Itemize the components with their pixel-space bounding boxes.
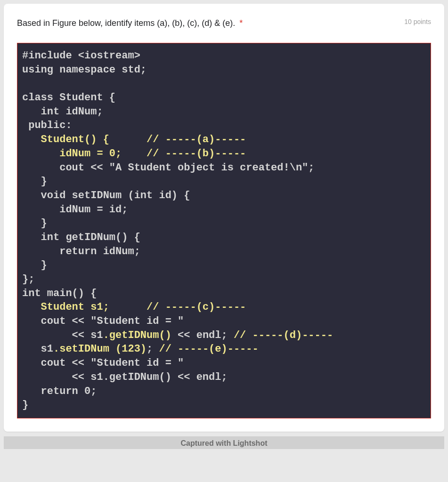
code-line (22, 77, 426, 91)
code-line: s1.setIDNum (123); // -----(e)----- (22, 342, 426, 356)
code-line: } (22, 175, 426, 189)
required-asterisk: * (239, 18, 243, 28)
question-header: Based in Figure below, identify items (a… (17, 17, 431, 30)
code-line: cout << "Student id = " (22, 356, 426, 370)
code-line: Student() { // -----(a)----- (22, 133, 426, 147)
points-label: 10 points (395, 17, 431, 25)
code-line: void setIDNum (int id) { (22, 189, 426, 203)
lightshot-footer: Captured with Lightshot (4, 436, 444, 449)
code-line: cout << "Student id = " (22, 314, 426, 329)
code-line: } (22, 217, 426, 231)
code-line: public: (22, 119, 426, 133)
code-line: using namespace std; (22, 63, 426, 77)
code-line: int idNum; (22, 105, 426, 119)
code-line: #include <iostream> (22, 49, 426, 63)
code-line: return idNum; (22, 245, 426, 259)
code-figure: #include <iostream>using namespace std; … (17, 43, 431, 418)
question-text-content: Based in Figure below, identify items (a… (17, 18, 235, 28)
code-line: } (22, 258, 426, 273)
code-line: int main() { (22, 287, 426, 301)
footer-label: Captured with Lightshot (181, 439, 268, 447)
code-line: class Student { (22, 91, 426, 105)
code-line: } (22, 398, 426, 412)
code-line: << s1.getIDNum() << endl; (22, 370, 426, 385)
question-card: Based in Figure below, identify items (a… (4, 4, 444, 432)
code-line: idNum = 0; // -----(b)----- (22, 147, 426, 161)
code-line: cout << "A Student object is created!\n"… (22, 161, 426, 175)
question-text: Based in Figure below, identify items (a… (17, 17, 243, 30)
code-line: }; (22, 273, 426, 287)
code-line: << s1.getIDNum() << endl; // -----(d)---… (22, 329, 426, 343)
code-line: Student s1; // -----(c)----- (22, 300, 426, 314)
code-line: idNum = id; (22, 203, 426, 217)
code-line: return 0; (22, 385, 426, 399)
code-line: int getIDNum() { (22, 231, 426, 245)
